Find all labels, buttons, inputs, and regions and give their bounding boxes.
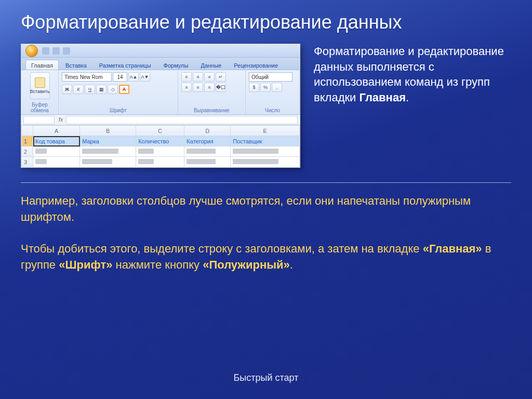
col-header-e[interactable]: E — [231, 126, 300, 136]
quick-access-toolbar — [42, 47, 70, 55]
tab-formulas[interactable]: Формулы — [158, 60, 194, 70]
fx-icon[interactable]: fx — [56, 117, 66, 123]
fill-color-icon[interactable]: ◇ — [108, 85, 118, 94]
group-alignment: ≡ ≡ ≡ ↵ ≡ ≡ ≡ �囗 Выравнивание — [178, 70, 246, 114]
underline-button[interactable]: Ч — [85, 85, 95, 94]
worksheet: A B C D E 1 Код товара Марка Количество … — [21, 125, 300, 167]
tab-insert[interactable]: Вставка — [60, 60, 92, 70]
font-name-combo[interactable]: Times New Rom — [62, 72, 112, 82]
merge-icon[interactable]: �囗 — [216, 83, 226, 92]
body-p1: Например, заголовки столбцов лучше смотр… — [21, 193, 511, 225]
align-left-icon[interactable]: ≡ — [181, 83, 192, 92]
table-row: 1 Код товара Марка Количество Категория … — [22, 136, 300, 147]
font-size-combo[interactable]: 14 — [113, 72, 127, 82]
table-row: 2 — [22, 147, 300, 157]
cell[interactable] — [136, 147, 184, 157]
cell[interactable] — [33, 147, 80, 157]
body-p2: Чтобы добиться этого, выделите строку с … — [21, 241, 511, 273]
formula-bar: fx — [21, 115, 300, 125]
cell[interactable] — [184, 147, 231, 157]
col-header-d[interactable]: D — [184, 126, 231, 136]
wrap-text-icon[interactable]: ↵ — [216, 72, 226, 82]
excel-titlebar — [21, 44, 300, 58]
grow-font-icon[interactable]: A▲ — [128, 72, 139, 82]
select-all-corner[interactable] — [22, 126, 33, 136]
cell[interactable] — [184, 157, 231, 167]
group-clipboard-label: Буфер обмена — [24, 101, 55, 113]
align-middle-icon[interactable]: ≡ — [193, 72, 203, 82]
cell[interactable] — [231, 157, 300, 167]
table-row: 3 — [22, 157, 300, 167]
qat-undo-icon[interactable] — [52, 47, 60, 55]
col-header-c[interactable]: C — [136, 126, 184, 136]
group-align-label: Выравнивание — [181, 107, 242, 113]
group-number: Общий $ % , Число — [246, 70, 300, 114]
cell[interactable] — [33, 157, 80, 167]
cell[interactable] — [80, 147, 136, 157]
group-number-label: Число — [249, 107, 296, 113]
ribbon: Вставить Буфер обмена Times New Rom 14 A… — [21, 70, 300, 115]
paste-icon — [35, 77, 45, 88]
group-clipboard: Вставить Буфер обмена — [21, 70, 59, 114]
cell-c1[interactable]: Количество — [136, 136, 184, 147]
font-color-button[interactable]: A — [119, 85, 129, 94]
ribbon-tabs: Главная Вставка Разметка страницы Формул… — [21, 58, 300, 70]
cell[interactable] — [136, 157, 184, 167]
office-button-icon[interactable] — [25, 45, 38, 57]
col-header-b[interactable]: B — [80, 126, 136, 136]
cell[interactable] — [80, 157, 136, 167]
align-bottom-icon[interactable]: ≡ — [204, 72, 215, 82]
body-paragraphs: Например, заголовки столбцов лучше смотр… — [0, 183, 532, 273]
excel-screenshot: Главная Вставка Разметка страницы Формул… — [21, 44, 300, 168]
name-box[interactable] — [23, 116, 55, 124]
cell-e1[interactable]: Поставщик — [231, 136, 300, 147]
side-text-bold: Главная — [360, 91, 406, 104]
group-font-label: Шрифт — [62, 107, 175, 113]
borders-icon[interactable]: ▦ — [96, 85, 107, 94]
cell-b1[interactable]: Марка — [80, 136, 136, 147]
tab-home[interactable]: Главная — [25, 60, 59, 70]
qat-save-icon[interactable] — [42, 47, 49, 55]
comma-icon[interactable]: , — [272, 83, 282, 92]
cell-d1[interactable]: Категория — [184, 136, 231, 147]
align-center-icon[interactable]: ≡ — [193, 83, 203, 92]
side-text: Форматирование и редактирование данных в… — [314, 45, 504, 104]
currency-icon[interactable]: $ — [249, 83, 259, 92]
row-header-3[interactable]: 3 — [22, 157, 33, 167]
group-font: Times New Rom 14 A▲ A▼ Ж К Ч ▦ ◇ A Шрифт — [59, 70, 178, 114]
formula-input[interactable] — [66, 116, 298, 124]
cell-a1[interactable]: Код товара — [33, 136, 80, 147]
percent-icon[interactable]: % — [260, 83, 271, 92]
side-paragraph: Форматирование и редактирование данных в… — [314, 44, 511, 168]
bold-button[interactable]: Ж — [62, 85, 72, 94]
shrink-font-icon[interactable]: A▼ — [140, 72, 150, 82]
row-header-2[interactable]: 2 — [22, 147, 33, 157]
slide-title: Форматирование и редактирование данных — [0, 0, 532, 33]
tab-review[interactable]: Рецензирование — [228, 60, 284, 70]
footer-text: Быстрый старт — [0, 373, 532, 383]
cell[interactable] — [231, 147, 300, 157]
content-row: Главная Вставка Разметка страницы Формул… — [0, 33, 532, 168]
paste-button[interactable]: Вставить — [30, 72, 50, 99]
row-header-1[interactable]: 1 — [22, 136, 33, 147]
align-top-icon[interactable]: ≡ — [181, 72, 192, 82]
align-right-icon[interactable]: ≡ — [204, 83, 215, 92]
tab-page-layout[interactable]: Разметка страницы — [94, 60, 157, 70]
col-header-a[interactable]: A — [33, 126, 80, 136]
paste-label: Вставить — [30, 89, 49, 94]
italic-button[interactable]: К — [73, 85, 84, 94]
qat-redo-icon[interactable] — [63, 47, 70, 55]
tab-data[interactable]: Данные — [195, 60, 227, 70]
number-format-combo[interactable]: Общий — [249, 72, 292, 82]
